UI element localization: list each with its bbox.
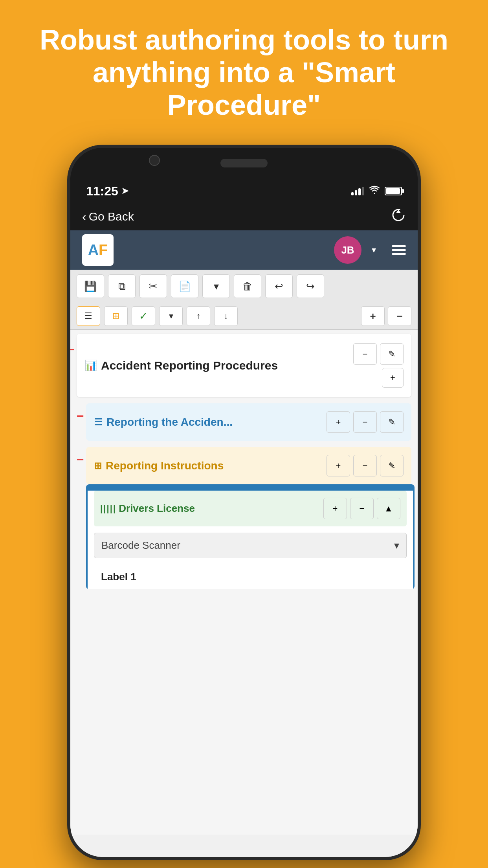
collapse-instructions-button[interactable]: − xyxy=(77,452,84,467)
barcode-scanner-dropdown[interactable]: Barcode Scanner ▾ xyxy=(94,533,407,558)
drivers-up-button[interactable]: ▲ xyxy=(377,498,400,519)
drivers-add-button[interactable]: + xyxy=(323,498,347,519)
toolbar-row1: 💾 ⧉ ✂ 📄 ▾ 🗑 ↩ xyxy=(70,270,418,303)
barcode-icon: | | | | | xyxy=(100,504,115,514)
save-button[interactable]: 💾 xyxy=(77,274,104,298)
move-down-button[interactable]: ↓ xyxy=(214,306,238,326)
app-header: AF JB ▾ xyxy=(70,230,418,270)
instructions-add-button[interactable]: + xyxy=(327,455,350,476)
check-button[interactable]: ✓ xyxy=(132,306,155,326)
procedure-edit-button[interactable]: ✎ xyxy=(380,343,404,365)
dropdown-chevron-icon: ▾ xyxy=(394,539,399,552)
accident-edit-button[interactable]: ✎ xyxy=(380,411,404,433)
back-chevron-icon: ‹ xyxy=(82,210,86,224)
bottom-padding xyxy=(70,589,418,621)
phone-camera xyxy=(149,155,160,166)
arrow-down-icon: ↓ xyxy=(224,311,228,321)
content-area: − 📊 Accident Reporting Procedures − ✎ + xyxy=(70,330,418,835)
refresh-button[interactable] xyxy=(391,208,406,226)
accident-minus-button[interactable]: − xyxy=(353,411,377,433)
location-icon: ➤ xyxy=(121,186,128,196)
battery-icon xyxy=(385,187,402,195)
phone-wrapper: 11:25 ➤ xyxy=(0,137,488,860)
check-icon: ✓ xyxy=(139,310,148,322)
nested-content: | | | | | Drivers License + − ▲ Barco xyxy=(88,491,413,589)
app-logo: AF xyxy=(82,234,114,266)
back-button[interactable]: ‹ Go Back xyxy=(82,210,134,224)
barcode-scanner-label: Barcode Scanner xyxy=(101,539,180,552)
zoom-controls: + − xyxy=(361,306,411,326)
back-label: Go Back xyxy=(89,210,134,223)
zoom-out-button[interactable]: − xyxy=(388,306,411,326)
signal-icon xyxy=(351,187,364,195)
toolbar-row2: ☰ ⊞ ✓ ▾ ↑ ↓ xyxy=(70,303,418,330)
reporting-accident-title: ☰ Reporting the Acciden... xyxy=(94,416,321,428)
cut-button[interactable]: ✂ xyxy=(139,274,167,298)
drivers-license-title: | | | | | Drivers License xyxy=(100,502,319,515)
list-icon: ☰ xyxy=(84,311,92,321)
instructions-minus-button[interactable]: − xyxy=(353,455,377,476)
instructions-edit-button[interactable]: ✎ xyxy=(380,455,404,476)
move-up-button[interactable]: ↑ xyxy=(187,306,210,326)
label1-text: Label 1 xyxy=(101,571,136,583)
hamburger-menu[interactable] xyxy=(392,245,406,255)
user-avatar[interactable]: JB xyxy=(334,236,361,264)
redo-button[interactable]: ↪ xyxy=(297,274,324,298)
chevron-down-icon: ▾ xyxy=(169,311,173,321)
reporting-accident-item: ☰ Reporting the Acciden... + − ✎ xyxy=(86,403,411,441)
list-icon-blue: ☰ xyxy=(94,417,103,428)
drivers-license-item: | | | | | Drivers License + − ▲ xyxy=(94,491,407,526)
grid-icon-yellow: ⊞ xyxy=(94,460,102,471)
status-time: 11:25 ➤ xyxy=(86,184,128,199)
undo-button[interactable]: ↩ xyxy=(265,274,293,298)
accident-add-button[interactable]: + xyxy=(327,411,350,433)
procedure-title: 📊 Accident Reporting Procedures xyxy=(84,359,347,372)
reporting-accident-container: − ☰ Reporting the Acciden... + − ✎ xyxy=(86,403,411,441)
grid-view-button[interactable]: ⊞ xyxy=(104,306,128,326)
reporting-instructions-item: ⊞ Reporting Instructions + − ✎ xyxy=(86,447,411,484)
dropdown-button[interactable]: ▾ xyxy=(159,306,183,326)
more-dropdown-button[interactable]: ▾ xyxy=(202,274,230,298)
avatar-dropdown-icon[interactable]: ▾ xyxy=(372,245,376,255)
zoom-in-button[interactable]: + xyxy=(361,306,385,326)
status-bar: 11:25 ➤ xyxy=(70,179,418,203)
nav-bar: ‹ Go Back xyxy=(70,203,418,230)
arrow-up-icon: ↑ xyxy=(196,311,201,321)
wifi-icon xyxy=(369,186,380,197)
reporting-instructions-container: − ⊞ Reporting Instructions + − ✎ xyxy=(86,447,411,484)
phone-speaker xyxy=(220,159,268,167)
phone-device: 11:25 ➤ xyxy=(67,145,421,860)
procedure-item: 📊 Accident Reporting Procedures − ✎ + xyxy=(77,334,411,397)
hero-section: Robust authoring tools to turn anything … xyxy=(0,0,488,137)
nested-blue-container: | | | | | Drivers License + − ▲ Barco xyxy=(86,484,415,589)
chart-icon: 📊 xyxy=(84,359,97,371)
status-icons xyxy=(351,186,402,197)
procedure-minus-button[interactable]: − xyxy=(353,343,377,365)
copy-button[interactable]: ⧉ xyxy=(108,274,136,298)
paste-button[interactable]: 📄 xyxy=(171,274,198,298)
delete-button[interactable]: 🗑 xyxy=(234,274,261,298)
app-screen: AF JB ▾ 💾 ⧉ xyxy=(70,230,418,857)
reporting-instructions-title: ⊞ Reporting Instructions xyxy=(94,460,321,472)
grid-icon: ⊞ xyxy=(112,311,119,321)
list-view-button[interactable]: ☰ xyxy=(77,306,100,326)
procedure-add-button[interactable]: + xyxy=(382,368,404,388)
drivers-minus-button[interactable]: − xyxy=(350,498,374,519)
label1-item: Label 1 xyxy=(94,565,407,589)
hero-text: Robust authoring tools to turn anything … xyxy=(0,0,488,137)
procedure-container: − 📊 Accident Reporting Procedures − ✎ + xyxy=(77,334,411,397)
collapse-procedure-button[interactable]: − xyxy=(70,342,75,357)
collapse-accident-button[interactable]: − xyxy=(77,409,84,423)
